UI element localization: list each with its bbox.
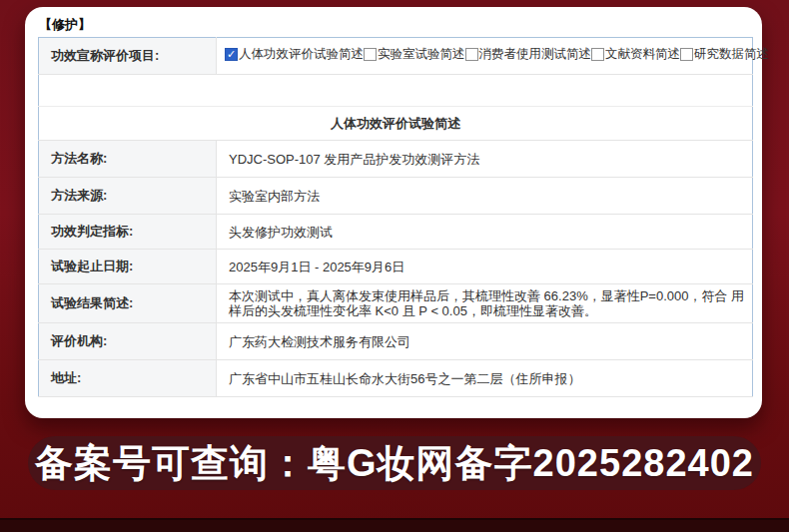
row-value: 头发修护功效测试 bbox=[217, 215, 753, 250]
claim-option-lab-test[interactable]: 实验室试验简述 bbox=[364, 47, 465, 62]
claim-option-research-data[interactable]: 研究数据简述 bbox=[680, 47, 769, 62]
row-label: 试验结果简述: bbox=[39, 284, 217, 323]
row-label: 方法来源: bbox=[39, 178, 217, 215]
table-row-claim-items: 功效宣称评价项目: 人体功效评价试验简述实验室试验简述消费者使用测试简述文献资料… bbox=[39, 38, 753, 75]
checkbox-icon[interactable] bbox=[591, 48, 604, 61]
section-header: 人体功效评价试验简述 bbox=[39, 107, 753, 141]
claim-option-label: 实验室试验简述 bbox=[378, 47, 465, 62]
claim-option-label: 消费者使用测试简述 bbox=[479, 47, 592, 62]
checkbox-icon[interactable] bbox=[364, 48, 377, 61]
table-row-spacer bbox=[39, 75, 753, 107]
table-row-test-result: 试验结果简述: 本次测试中，真人离体发束使用样品后，其梳理性改善 66.23%，… bbox=[39, 284, 753, 323]
section-tag: 【修护】 bbox=[39, 16, 91, 34]
row-value: 实验室内部方法 bbox=[217, 178, 753, 215]
claim-option-literature[interactable]: 文献资料简述 bbox=[591, 47, 680, 62]
row-value: YDJC-SOP-107 发用产品护发功效测评方法 bbox=[217, 141, 753, 178]
row-label: 评价机构: bbox=[39, 323, 217, 360]
row-label: 方法名称: bbox=[39, 141, 217, 178]
checkbox-checked-icon[interactable] bbox=[225, 48, 238, 61]
registration-number-banner: 备案号可查询：粤G妆网备字2025282402 bbox=[28, 436, 761, 490]
row-label: 试验起止日期: bbox=[39, 250, 217, 284]
claim-row-label: 功效宣称评价项目: bbox=[39, 38, 217, 75]
claim-option-consumer-test[interactable]: 消费者使用测试简述 bbox=[465, 47, 592, 62]
claim-option-human-test[interactable]: 人体功效评价试验简述 bbox=[225, 47, 364, 62]
row-value: 广东药大检测技术服务有限公司 bbox=[217, 323, 753, 360]
table-row-section-header: 人体功效评价试验简述 bbox=[39, 107, 753, 141]
table-row-method-name: 方法名称: YDJC-SOP-107 发用产品护发功效测评方法 bbox=[39, 141, 753, 178]
row-label: 地址: bbox=[39, 360, 217, 397]
claim-option-label: 人体功效评价试验简述 bbox=[239, 47, 364, 62]
efficacy-form-table: 功效宣称评价项目: 人体功效评价试验简述实验室试验简述消费者使用测试简述文献资料… bbox=[38, 37, 753, 397]
checkbox-icon[interactable] bbox=[465, 48, 478, 61]
row-value: 广东省中山市五桂山长命水大街56号之一第二层（住所申报） bbox=[217, 360, 753, 397]
row-value: 2025年9月1日 - 2025年9月6日 bbox=[217, 250, 753, 284]
claim-option-label: 文献资料简述 bbox=[605, 47, 680, 62]
report-card: 【修护】 功效宣称评价项目: 人体功效评价试验简述实验室试验简述消费者使用测试简… bbox=[25, 7, 762, 418]
claim-option-label: 研究数据简述 bbox=[694, 47, 769, 62]
table-row-method-source: 方法来源: 实验室内部方法 bbox=[39, 178, 753, 215]
checkbox-icon[interactable] bbox=[680, 48, 693, 61]
table-row-address: 地址: 广东省中山市五桂山长命水大街56号之一第二层（住所申报） bbox=[39, 360, 753, 397]
table-row-evaluation-agency: 评价机构: 广东药大检测技术服务有限公司 bbox=[39, 323, 753, 360]
bottom-dark-strip bbox=[0, 518, 789, 532]
row-value: 本次测试中，真人离体发束使用样品后，其梳理性改善 66.23%，显著性P=0.0… bbox=[217, 284, 753, 323]
table-row-test-dates: 试验起止日期: 2025年9月1日 - 2025年9月6日 bbox=[39, 250, 753, 284]
row-label: 功效判定指标: bbox=[39, 215, 217, 250]
table-row-efficacy-indicator: 功效判定指标: 头发修护功效测试 bbox=[39, 215, 753, 250]
spacer-cell bbox=[39, 75, 753, 107]
claim-options-cell: 人体功效评价试验简述实验室试验简述消费者使用测试简述文献资料简述研究数据简述 bbox=[217, 38, 753, 75]
registration-number-text: 备案号可查询：粤G妆网备字2025282402 bbox=[35, 438, 754, 489]
